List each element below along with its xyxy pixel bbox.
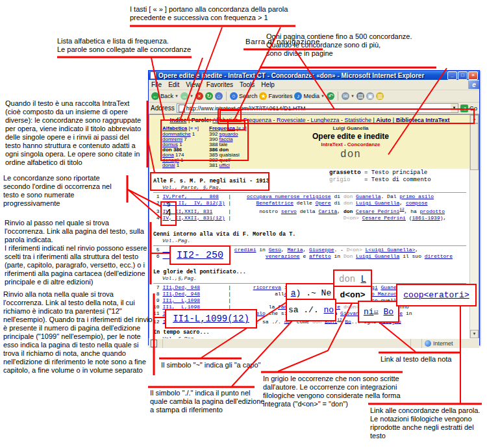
back-caret-icon[interactable]: ▼ — [175, 94, 179, 98]
callout-note-number[interactable]: ni12 Bo — [358, 301, 399, 323]
menu-file[interactable]: File — [151, 81, 162, 88]
stop-button[interactable]: × — [195, 92, 203, 100]
text-span: 12 — [337, 317, 342, 322]
passage-reference-link[interactable]: II1,Ded, 948 — [162, 291, 200, 297]
text-span: don — [339, 274, 361, 284]
text-link[interactable]: Cesare Pedrini — [362, 215, 406, 221]
text-link[interactable]: Gesù — [269, 247, 281, 253]
text-link[interactable]: no — [324, 305, 334, 315]
menu-help[interactable]: Help — [261, 81, 275, 88]
text-link[interactable]: Luigi Guanella — [356, 200, 399, 206]
mail-caret-icon[interactable]: ▼ — [351, 94, 355, 98]
text-link[interactable]: direttore — [425, 253, 453, 259]
print-button[interactable]: ▤ — [356, 92, 364, 100]
section-title: Cenni intorno alla vita di F. Morello da… — [153, 231, 466, 238]
text-link[interactable]: Bo — [345, 318, 351, 324]
search-button[interactable]: ○Search — [230, 92, 258, 100]
text-span — [234, 215, 343, 221]
text-span: , — [303, 247, 309, 253]
edit-button[interactable]: ▣ — [366, 92, 374, 100]
scroll-down-icon[interactable]: ▼ — [470, 330, 479, 338]
text-span: e — [300, 253, 309, 259]
text-link[interactable]: Opere — [316, 200, 331, 206]
callout-note-ref[interactable]: II1-L,1099(12) — [165, 309, 257, 329]
text-span: don — [343, 208, 353, 214]
row-number: 10 — [153, 304, 162, 310]
passage-reference-link[interactable]: II1,Ded, 948 — [162, 284, 200, 290]
menu-favorites[interactable]: Favorites — [206, 81, 233, 88]
passage-reference-link[interactable]: II1, L,1098 — [162, 297, 200, 303]
history-button[interactable]: ↶ — [327, 92, 334, 100]
text-link[interactable]: Maria — [287, 247, 303, 253]
list-item[interactable]: donai 1 — [162, 163, 203, 168]
text-span: , — [399, 200, 406, 206]
title-bar[interactable]: Opere edite e inedite - IntraText CT - C… — [149, 71, 479, 80]
notes-button[interactable]: ▥ — [376, 92, 384, 100]
text-link[interactable]: venerazione — [266, 253, 300, 259]
favorites-button[interactable]: ★Favorites — [259, 92, 292, 100]
forward-icon: → — [181, 92, 188, 100]
toolbar-separator — [338, 92, 338, 101]
back-button[interactable]: ←Back▼ — [151, 92, 179, 100]
word[interactable]: uffici — [219, 162, 230, 168]
text-link[interactable]: a — [291, 288, 296, 298]
separator: | — [200, 284, 234, 290]
menu-view[interactable]: View — [186, 81, 200, 88]
home-button[interactable]: ⌂ — [215, 92, 223, 100]
text-link[interactable]: Giuseppe — [309, 247, 334, 253]
separator: | — [200, 291, 234, 297]
row-number: 1 — [153, 193, 162, 199]
close-button[interactable]: × — [468, 71, 478, 80]
text-span — [234, 200, 256, 206]
concordance-row: 2 IV, II, IV, 812(3) | Benefattrice dell… — [153, 200, 466, 206]
row-number: 11 — [153, 310, 162, 316]
callout-passage-ref[interactable]: II2- 250 — [169, 245, 231, 265]
callout-pagebreak-symbol: sa ./. no — [286, 299, 336, 321]
text-link[interactable]: Benefattrice — [256, 200, 293, 206]
callout-cooperatori[interactable]: coop<eratori> — [396, 284, 477, 306]
text-link[interactable]: coop<eratori> — [403, 290, 469, 300]
work-header: Luigi Guanella Opere edite e inedite Int… — [279, 125, 422, 147]
media-button[interactable]: ♪Media▼ — [294, 92, 324, 100]
text-link[interactable]: primo asilo — [399, 193, 434, 199]
text-span: = Testo principale — [361, 169, 428, 176]
forward-caret-icon[interactable]: ▼ — [190, 94, 194, 98]
list-item[interactable]: 381 uffici — [209, 163, 249, 168]
text-link[interactable]: Guanella — [356, 193, 381, 199]
text-link[interactable]: Cesare Pedrini — [356, 208, 399, 214]
word[interactable]: donai — [162, 162, 175, 168]
highlight-nav-bar — [218, 108, 475, 124]
menu-tools[interactable]: Tools — [240, 81, 255, 88]
text-span: in — [331, 253, 343, 259]
text-link[interactable]: prodotto — [420, 208, 445, 214]
text-link[interactable]: ricorreva — [253, 284, 281, 290]
text-link[interactable]: Carità — [318, 208, 337, 214]
menu-edit[interactable]: Edit — [168, 81, 179, 88]
text-link[interactable]: II1-L,1099(12) — [173, 314, 249, 324]
minimize-button[interactable]: _ — [447, 71, 457, 80]
maximize-button[interactable]: □ — [458, 71, 468, 80]
text-link[interactable]: affetto — [309, 253, 331, 259]
security-zone-label: Internet — [433, 340, 453, 347]
scroll-thumb[interactable] — [470, 123, 479, 170]
print-icon: ▤ — [356, 92, 364, 100]
media-caret-icon[interactable]: ▼ — [321, 94, 325, 98]
forward-button[interactable]: →▼ — [181, 92, 194, 100]
text-link[interactable]: credimi — [234, 247, 256, 253]
text-link[interactable]: ni — [364, 307, 374, 317]
text-span: sa ./. — [288, 305, 324, 315]
text-link[interactable]: L — [361, 274, 366, 284]
text-link[interactable]: Bo — [384, 307, 394, 317]
text-link[interactable]: 1861-1939 — [412, 215, 440, 221]
text-link[interactable]: servo — [281, 208, 297, 214]
text-link[interactable]: Luigi Guanella — [356, 253, 399, 259]
text-link[interactable]: II2- 250 — [177, 250, 223, 261]
text-link[interactable]: L<uigi Guanella> — [366, 247, 416, 253]
toolbar-separator — [226, 92, 227, 101]
text-link[interactable]: occupava numerose religiose — [247, 193, 331, 199]
passage-reference-link[interactable]: IV,Pref, , 808 — [162, 193, 218, 199]
refresh-button[interactable]: ↻ — [205, 92, 213, 100]
count: 381 — [209, 162, 218, 168]
text-link[interactable]: compose — [406, 200, 428, 206]
mail-button[interactable]: ✉▼ — [342, 92, 355, 100]
